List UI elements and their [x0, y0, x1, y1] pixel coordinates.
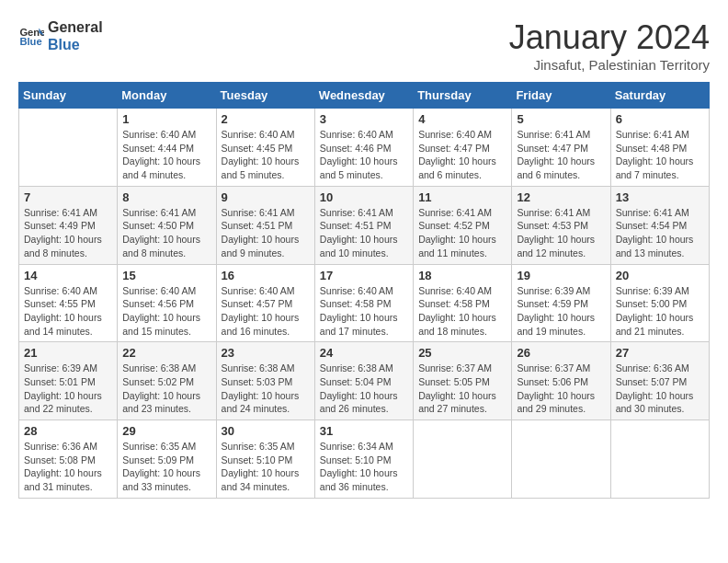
calendar-cell [512, 420, 610, 499]
month-title: January 2024 [509, 18, 710, 57]
day-number: 13 [616, 190, 704, 204]
header-sunday: Sunday [19, 83, 118, 109]
day-info: Sunrise: 6:41 AM Sunset: 4:48 PM Dayligh… [616, 128, 704, 182]
day-info: Sunrise: 6:34 AM Sunset: 5:10 PM Dayligh… [320, 440, 408, 494]
day-number: 29 [122, 424, 210, 438]
day-info: Sunrise: 6:41 AM Sunset: 4:54 PM Dayligh… [616, 206, 704, 260]
calendar-cell: 3Sunrise: 6:40 AM Sunset: 4:46 PM Daylig… [314, 109, 413, 187]
header-friday: Friday [512, 83, 610, 109]
day-info: Sunrise: 6:41 AM Sunset: 4:50 PM Dayligh… [122, 206, 210, 260]
calendar-cell: 6Sunrise: 6:41 AM Sunset: 4:48 PM Daylig… [610, 109, 709, 187]
day-info: Sunrise: 6:40 AM Sunset: 4:55 PM Dayligh… [24, 284, 112, 339]
calendar-table: Sunday Monday Tuesday Wednesday Thursday… [18, 82, 710, 499]
calendar-cell: 14Sunrise: 6:40 AM Sunset: 4:55 PM Dayli… [19, 264, 118, 342]
calendar-cell [19, 109, 118, 187]
day-number: 7 [24, 190, 112, 204]
calendar-week-1: 7Sunrise: 6:41 AM Sunset: 4:49 PM Daylig… [19, 186, 710, 264]
day-info: Sunrise: 6:38 AM Sunset: 5:02 PM Dayligh… [122, 362, 210, 416]
title-block: January 2024 Jinsafut, Palestinian Terri… [509, 18, 710, 73]
day-number: 25 [418, 346, 506, 360]
day-info: Sunrise: 6:38 AM Sunset: 5:03 PM Dayligh… [222, 362, 310, 416]
day-number: 9 [222, 190, 310, 204]
day-info: Sunrise: 6:36 AM Sunset: 5:08 PM Dayligh… [24, 440, 112, 494]
day-number: 6 [616, 112, 704, 126]
day-info: Sunrise: 6:37 AM Sunset: 5:05 PM Dayligh… [418, 362, 506, 416]
calendar-cell: 20Sunrise: 6:39 AM Sunset: 5:00 PM Dayli… [610, 264, 709, 342]
calendar-cell: 23Sunrise: 6:38 AM Sunset: 5:03 PM Dayli… [216, 342, 314, 420]
calendar-cell: 10Sunrise: 6:41 AM Sunset: 4:51 PM Dayli… [314, 186, 413, 264]
calendar-cell: 25Sunrise: 6:37 AM Sunset: 5:05 PM Dayli… [414, 342, 512, 420]
logo-blue: Blue [48, 36, 103, 53]
day-info: Sunrise: 6:40 AM Sunset: 4:58 PM Dayligh… [418, 284, 506, 339]
calendar-week-0: 1Sunrise: 6:40 AM Sunset: 4:44 PM Daylig… [19, 109, 710, 187]
calendar-body: 1Sunrise: 6:40 AM Sunset: 4:44 PM Daylig… [19, 109, 710, 499]
day-number: 23 [222, 346, 310, 360]
logo-icon: General Blue [18, 23, 44, 49]
calendar-cell: 15Sunrise: 6:40 AM Sunset: 4:56 PM Dayli… [118, 264, 216, 342]
header-monday: Monday [118, 83, 216, 109]
header-saturday: Saturday [610, 83, 709, 109]
svg-text:Blue: Blue [19, 36, 41, 47]
calendar-cell: 4Sunrise: 6:40 AM Sunset: 4:47 PM Daylig… [414, 109, 512, 187]
calendar-cell: 16Sunrise: 6:40 AM Sunset: 4:57 PM Dayli… [216, 264, 314, 342]
day-number: 5 [517, 112, 605, 126]
day-number: 26 [517, 346, 605, 360]
day-info: Sunrise: 6:40 AM Sunset: 4:46 PM Dayligh… [320, 128, 408, 182]
header-row: Sunday Monday Tuesday Wednesday Thursday… [19, 83, 710, 109]
day-number: 3 [320, 112, 408, 126]
day-number: 10 [320, 190, 408, 204]
day-number: 22 [122, 346, 210, 360]
calendar-cell [610, 420, 709, 499]
day-number: 14 [24, 269, 112, 282]
day-number: 15 [122, 269, 210, 282]
day-number: 24 [320, 346, 408, 360]
calendar-cell: 21Sunrise: 6:39 AM Sunset: 5:01 PM Dayli… [19, 342, 118, 420]
day-number: 8 [122, 190, 210, 204]
calendar-cell: 27Sunrise: 6:36 AM Sunset: 5:07 PM Dayli… [610, 342, 709, 420]
calendar-cell: 22Sunrise: 6:38 AM Sunset: 5:02 PM Dayli… [118, 342, 216, 420]
day-info: Sunrise: 6:40 AM Sunset: 4:57 PM Dayligh… [222, 284, 310, 339]
day-info: Sunrise: 6:36 AM Sunset: 5:07 PM Dayligh… [616, 362, 704, 416]
day-number: 4 [418, 112, 506, 126]
day-info: Sunrise: 6:41 AM Sunset: 4:53 PM Dayligh… [517, 206, 605, 260]
day-number: 1 [122, 112, 210, 126]
day-number: 27 [616, 346, 704, 360]
day-number: 31 [320, 424, 408, 438]
day-info: Sunrise: 6:41 AM Sunset: 4:49 PM Dayligh… [24, 206, 112, 260]
day-number: 17 [320, 269, 408, 282]
calendar-cell: 1Sunrise: 6:40 AM Sunset: 4:44 PM Daylig… [118, 109, 216, 187]
calendar-cell: 18Sunrise: 6:40 AM Sunset: 4:58 PM Dayli… [414, 264, 512, 342]
header-tuesday: Tuesday [216, 83, 314, 109]
calendar-cell: 28Sunrise: 6:36 AM Sunset: 5:08 PM Dayli… [19, 420, 118, 499]
calendar-cell: 5Sunrise: 6:41 AM Sunset: 4:47 PM Daylig… [512, 109, 610, 187]
day-number: 11 [418, 190, 506, 204]
day-info: Sunrise: 6:38 AM Sunset: 5:04 PM Dayligh… [320, 362, 408, 416]
calendar-cell: 7Sunrise: 6:41 AM Sunset: 4:49 PM Daylig… [19, 186, 118, 264]
day-info: Sunrise: 6:40 AM Sunset: 4:56 PM Dayligh… [122, 284, 210, 339]
location-subtitle: Jinsafut, Palestinian Territory [509, 57, 710, 73]
day-info: Sunrise: 6:41 AM Sunset: 4:51 PM Dayligh… [320, 206, 408, 260]
calendar-cell: 26Sunrise: 6:37 AM Sunset: 5:06 PM Dayli… [512, 342, 610, 420]
calendar-week-4: 28Sunrise: 6:36 AM Sunset: 5:08 PM Dayli… [19, 420, 710, 499]
calendar-cell: 11Sunrise: 6:41 AM Sunset: 4:52 PM Dayli… [414, 186, 512, 264]
day-info: Sunrise: 6:40 AM Sunset: 4:44 PM Dayligh… [122, 128, 210, 182]
calendar-cell [414, 420, 512, 499]
day-info: Sunrise: 6:40 AM Sunset: 4:58 PM Dayligh… [320, 284, 408, 339]
day-info: Sunrise: 6:39 AM Sunset: 4:59 PM Dayligh… [517, 284, 605, 339]
calendar-cell: 12Sunrise: 6:41 AM Sunset: 4:53 PM Dayli… [512, 186, 610, 264]
calendar-cell: 8Sunrise: 6:41 AM Sunset: 4:50 PM Daylig… [118, 186, 216, 264]
day-number: 2 [222, 112, 310, 126]
day-info: Sunrise: 6:41 AM Sunset: 4:51 PM Dayligh… [222, 206, 310, 260]
day-info: Sunrise: 6:41 AM Sunset: 4:52 PM Dayligh… [418, 206, 506, 260]
calendar-cell: 31Sunrise: 6:34 AM Sunset: 5:10 PM Dayli… [314, 420, 413, 499]
day-info: Sunrise: 6:41 AM Sunset: 4:47 PM Dayligh… [517, 128, 605, 182]
calendar-week-2: 14Sunrise: 6:40 AM Sunset: 4:55 PM Dayli… [19, 264, 710, 342]
logo: General Blue General Blue [18, 18, 103, 53]
calendar-cell: 13Sunrise: 6:41 AM Sunset: 4:54 PM Dayli… [610, 186, 709, 264]
calendar-cell: 30Sunrise: 6:35 AM Sunset: 5:10 PM Dayli… [216, 420, 314, 499]
day-number: 20 [616, 269, 704, 282]
calendar-cell: 24Sunrise: 6:38 AM Sunset: 5:04 PM Dayli… [314, 342, 413, 420]
day-info: Sunrise: 6:39 AM Sunset: 5:00 PM Dayligh… [616, 284, 704, 339]
calendar-cell: 19Sunrise: 6:39 AM Sunset: 4:59 PM Dayli… [512, 264, 610, 342]
day-info: Sunrise: 6:40 AM Sunset: 4:47 PM Dayligh… [418, 128, 506, 182]
